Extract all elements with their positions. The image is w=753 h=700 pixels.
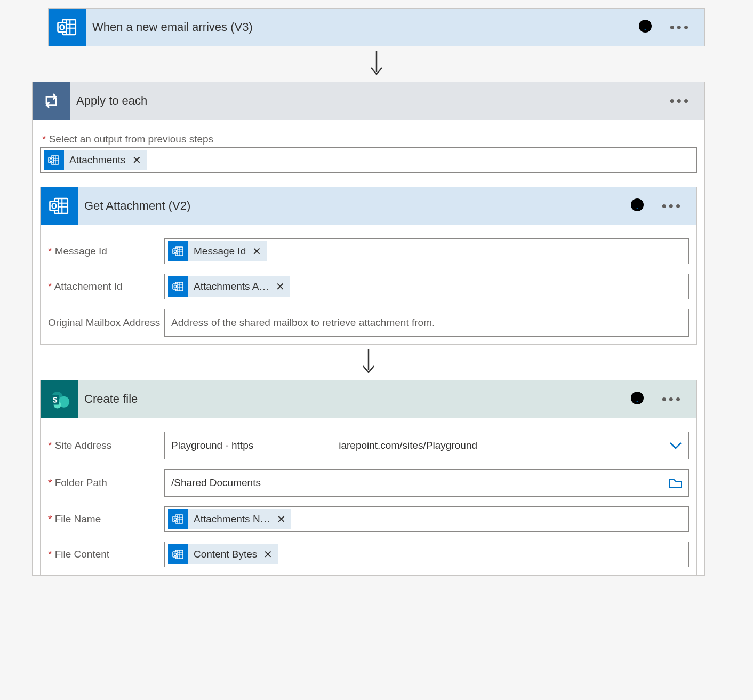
site-address-select[interactable]: Playground - https iarepoint.com/sites/P… [164, 432, 689, 459]
get-attachment-header[interactable]: Get Attachment (V2) ••• [41, 187, 696, 225]
label-message-id: * Message Id [48, 245, 164, 257]
token-attachments[interactable]: Attachments ✕ [44, 150, 147, 170]
arrow-connector [48, 46, 705, 82]
token-content-bytes[interactable]: Content Bytes ✕ [168, 544, 278, 564]
help-icon[interactable] [630, 197, 645, 215]
apply-to-each-title: Apply to each [70, 94, 670, 108]
label-file-name: * File Name [48, 513, 164, 525]
more-menu-button[interactable]: ••• [662, 198, 683, 214]
token-attachment-id[interactable]: Attachments A… ✕ [168, 276, 290, 297]
remove-token-button[interactable]: ✕ [131, 154, 147, 166]
label-file-content: * File Content [48, 548, 164, 560]
folder-picker-icon[interactable] [668, 476, 683, 490]
create-file-title: Create file [78, 392, 630, 406]
label-site-address: * Site Address [48, 440, 164, 451]
remove-token-button[interactable]: ✕ [275, 280, 290, 293]
label-folder-path: * Folder Path [48, 477, 164, 489]
create-file-card: Create file ••• * Site Address Playgroun… [40, 380, 697, 575]
apply-to-each-header[interactable]: Apply to each ••• [33, 82, 704, 120]
more-menu-button[interactable]: ••• [662, 391, 683, 408]
label-mailbox: Original Mailbox Address [48, 317, 164, 329]
outlook-icon [168, 509, 188, 529]
token-message-id[interactable]: Message Id ✕ [168, 241, 267, 261]
mailbox-input[interactable]: Address of the shared mailbox to retriev… [164, 309, 689, 337]
outlook-icon [41, 187, 78, 225]
outlook-icon [168, 241, 188, 261]
more-menu-button[interactable]: ••• [670, 93, 691, 109]
outlook-icon [168, 276, 188, 297]
get-attachment-card: Get Attachment (V2) ••• * Message Id [40, 187, 697, 345]
file-name-field[interactable]: Attachments N… ✕ [164, 506, 689, 532]
arrow-connector [40, 345, 697, 380]
chevron-down-icon[interactable] [668, 439, 683, 452]
token-attachments-name[interactable]: Attachments N… ✕ [168, 509, 291, 529]
apply-to-each-card: Apply to each ••• * Select an output fro… [32, 82, 705, 576]
get-attachment-title: Get Attachment (V2) [78, 199, 630, 213]
remove-token-button[interactable]: ✕ [262, 548, 278, 561]
message-id-field[interactable]: Message Id ✕ [164, 238, 689, 264]
folder-path-input[interactable]: /Shared Documents [164, 469, 689, 497]
trigger-title: When a new email arrives (V3) [86, 20, 638, 34]
outlook-icon [168, 544, 188, 564]
file-content-field[interactable]: Content Bytes ✕ [164, 542, 689, 567]
sharepoint-icon [41, 380, 78, 418]
attachment-id-field[interactable]: Attachments A… ✕ [164, 274, 689, 299]
loop-icon [33, 82, 70, 120]
select-output-label: * Select an output from previous steps [40, 133, 697, 147]
trigger-card[interactable]: When a new email arrives (V3) ••• [48, 8, 705, 46]
outlook-icon [44, 150, 64, 170]
help-icon[interactable] [630, 391, 645, 408]
help-icon[interactable] [638, 19, 653, 36]
remove-token-button[interactable]: ✕ [251, 245, 267, 258]
outlook-icon [49, 9, 86, 46]
more-menu-button[interactable]: ••• [670, 19, 691, 36]
select-output-field[interactable]: Attachments ✕ [40, 147, 697, 173]
label-attachment-id: * Attachement Id [48, 281, 164, 292]
create-file-header[interactable]: Create file ••• [41, 380, 696, 418]
remove-token-button[interactable]: ✕ [276, 513, 291, 526]
